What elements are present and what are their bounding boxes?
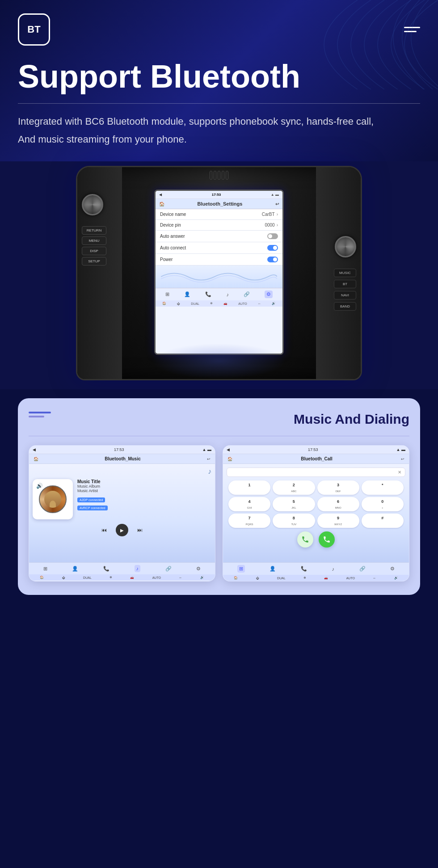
d-nav-link-icon[interactable]: 🔗 xyxy=(359,566,366,572)
dial-key-5[interactable]: 5JKL xyxy=(273,497,315,511)
dial-key-6[interactable]: 6MNO xyxy=(317,497,359,511)
section-icon xyxy=(29,412,51,417)
d-home-icon[interactable]: 🏠 xyxy=(234,576,238,580)
auto-answer-toggle[interactable] xyxy=(267,233,278,239)
title-divider xyxy=(18,103,420,104)
dial-key-2[interactable]: 2ABC xyxy=(273,480,315,495)
music-album-row: 🔊 Music Title Music Album xyxy=(33,479,211,519)
grid-icon[interactable]: ⊞ xyxy=(165,291,169,297)
call-button[interactable] xyxy=(297,531,313,548)
m-home-icon[interactable]: 🏠 xyxy=(40,576,44,579)
d-snow-icon: ❄ xyxy=(303,576,306,580)
menu-button[interactable]: MENU xyxy=(82,236,106,245)
band-button[interactable]: BAND xyxy=(334,302,356,311)
d-arrows-icon: ↔ xyxy=(373,577,376,580)
m-dual-label: DUAL xyxy=(83,576,92,579)
device-name-row[interactable]: Device name CarBT › xyxy=(156,209,282,220)
nav-music-icon-active[interactable]: ♪ xyxy=(135,565,141,572)
setup-button[interactable]: SETUP xyxy=(82,257,106,265)
disp-button[interactable]: DISP xyxy=(82,247,106,255)
power-row[interactable]: Power xyxy=(156,254,282,265)
nav-contact-icon[interactable]: 👤 xyxy=(72,566,78,572)
music-back-icon[interactable]: ↩ xyxy=(207,457,211,461)
auto-connect-toggle[interactable] xyxy=(267,245,278,251)
d-auto-label: AUTO xyxy=(346,577,355,580)
dial-key-3[interactable]: 3DEF xyxy=(317,480,359,495)
dial-key-0[interactable]: 0+ xyxy=(362,497,404,511)
power-toggle[interactable] xyxy=(267,257,278,262)
screen-status-bar: 🏠 ⏻ DUAL ❄ 🚗 AUTO ↔ 🔊 xyxy=(156,300,282,307)
logo-text: BT xyxy=(27,24,40,35)
d-nav-settings-icon[interactable]: ⚙ xyxy=(390,566,395,572)
home-icon-bar[interactable]: 🏠 xyxy=(162,302,166,305)
page-title: Support Bluetooth xyxy=(18,59,420,94)
auto-label: AUTO xyxy=(238,302,247,305)
dial-delete-button[interactable]: ✕ xyxy=(398,470,401,475)
car-section: RETURN MENU DISP SETUP MUSIC BT NAVI BAN… xyxy=(0,161,438,389)
left-panel: RETURN MENU DISP SETUP xyxy=(77,167,122,379)
dial-key-9[interactable]: 9WXYZ xyxy=(317,514,359,528)
dial-back-arrow[interactable]: ◀ xyxy=(227,447,230,452)
bt-settings-screen: ◀ 17:53 ▲ ▬ 🏠 Bluetooth_Settings ↩ Devic… xyxy=(156,191,282,354)
nav-link-icon[interactable]: 🔗 xyxy=(165,566,172,572)
m-vol-icon[interactable]: 🔊 xyxy=(200,576,204,579)
music-screen-status-bar: ◀ 17:53 ▲ ▬ xyxy=(29,446,215,454)
auto-connect-row[interactable]: Auto connect xyxy=(156,242,282,254)
dial-key-1[interactable]: 1 xyxy=(228,480,270,495)
dial-screen-title: Bluetooth_Call xyxy=(301,456,333,461)
nav-phone-icon[interactable]: 📞 xyxy=(103,566,110,572)
contact-icon[interactable]: 👤 xyxy=(184,291,190,297)
left-knob[interactable] xyxy=(82,194,103,215)
auto-answer-row[interactable]: Auto answer xyxy=(156,231,282,242)
section-divider xyxy=(29,436,409,436)
dial-key-4[interactable]: 4GHI xyxy=(228,497,270,511)
dial-input-row: ✕ xyxy=(227,468,405,477)
right-side-buttons: MUSIC BT NAVI BAND xyxy=(334,269,356,311)
music-bottom-nav: ⊞ 👤 📞 ♪ 🔗 ⚙ xyxy=(29,562,215,574)
navi-button[interactable]: NAVI xyxy=(334,291,356,299)
car-icon: 🚗 xyxy=(223,302,227,305)
redial-button[interactable] xyxy=(319,531,335,548)
music-album: Music Album xyxy=(77,484,211,489)
d-nav-phone-icon[interactable]: 📞 xyxy=(301,566,307,572)
phone-icon[interactable]: 📞 xyxy=(205,291,211,297)
d-nav-contact-icon[interactable]: 👤 xyxy=(270,566,276,572)
dial-key-star[interactable]: * xyxy=(362,480,404,495)
dial-key-hash[interactable]: # xyxy=(362,514,404,528)
dial-status-bottom: 🏠 ⏻ DUAL ❄ 🚗 AUTO ↔ 🔊 xyxy=(223,575,409,581)
music-note-area: ♪ xyxy=(33,468,211,476)
nav-grid-icon[interactable]: ⊞ xyxy=(43,566,47,572)
device-pin-row[interactable]: Device pin 0000 › xyxy=(156,220,282,231)
next-button[interactable]: ⏭ xyxy=(137,527,143,533)
dial-home-icon[interactable]: 🏠 xyxy=(227,457,232,461)
music-title-row: 🏠 Bluetooth_Music ↩ xyxy=(29,454,215,464)
prev-button[interactable]: ⏮ xyxy=(101,527,107,533)
music-content: ♪ 🔊 xyxy=(29,464,215,562)
music-back-arrow[interactable]: ◀ xyxy=(33,447,36,452)
a2dp-badge: A2DP connected xyxy=(77,497,105,502)
music-time: 17:53 xyxy=(114,447,124,452)
d-vol-icon[interactable]: 🔊 xyxy=(394,576,398,580)
nav-settings-icon[interactable]: ⚙ xyxy=(196,566,201,572)
music-screen-card: ◀ 17:53 ▲ ▬ 🏠 Bluetooth_Music ↩ ♪ 🔊 xyxy=(29,445,215,581)
link-icon[interactable]: 🔗 xyxy=(244,291,250,297)
volume-icon[interactable]: 🔊 xyxy=(272,302,276,305)
dial-key-7[interactable]: 7PQRS xyxy=(228,514,270,528)
screen-bottom-nav: ⊞ 👤 📞 ♪ 🔗 ⚙ xyxy=(156,288,282,300)
music-button[interactable]: MUSIC xyxy=(334,269,356,277)
return-button[interactable]: RETURN xyxy=(82,226,106,235)
d-nav-music-icon[interactable]: ♪ xyxy=(332,566,335,572)
music-title: Music Title xyxy=(77,479,211,484)
music-icon[interactable]: ♪ xyxy=(226,292,229,297)
dial-key-8[interactable]: 8TUV xyxy=(273,514,315,528)
dial-back-icon[interactable]: ↩ xyxy=(401,457,404,461)
status-time: 17:53 xyxy=(212,193,221,197)
play-button[interactable]: ▶ xyxy=(116,524,128,536)
bt-button[interactable]: BT xyxy=(334,280,356,288)
settings-icon-active[interactable]: ⚙ xyxy=(265,291,273,298)
right-knob[interactable] xyxy=(335,236,356,257)
d-nav-grid-icon[interactable]: ⊞ xyxy=(237,565,245,573)
power-icon-bar[interactable]: ⏻ xyxy=(177,302,180,305)
device-name-value: CarBT xyxy=(262,212,275,217)
music-home-icon[interactable]: 🏠 xyxy=(34,457,38,461)
